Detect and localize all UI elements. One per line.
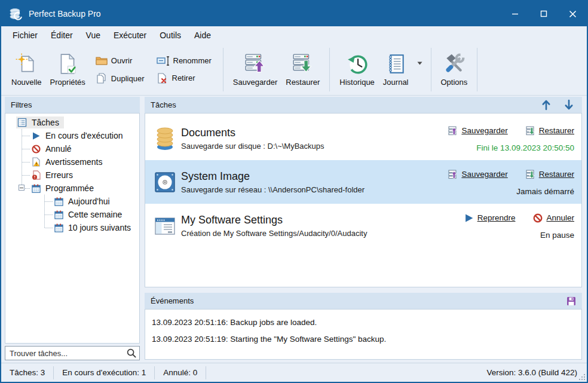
events-panel: 13.09.2023 20:51:16: Backup jobs are loa… bbox=[145, 309, 582, 360]
journal-button[interactable]: Journal bbox=[379, 51, 413, 88]
maximize-button[interactable] bbox=[529, 1, 558, 26]
move-up-icon[interactable] bbox=[541, 99, 551, 111]
tree-item-next-10-days[interactable]: 10 jours suivants bbox=[5, 221, 139, 234]
status-running-count: En cours d'exécution: 1 bbox=[54, 368, 154, 377]
task-restore-link[interactable]: Restaurer bbox=[526, 170, 574, 179]
status-task-count: Tâches: 3 bbox=[1, 368, 53, 377]
remove-label: Retirer bbox=[172, 73, 195, 82]
calendar-icon bbox=[32, 184, 41, 193]
tree-item-label: Programmée bbox=[45, 183, 94, 193]
tree-item-today[interactable]: Aujourd'hui bbox=[5, 195, 139, 208]
search-icon bbox=[127, 348, 136, 358]
task-backup-link[interactable]: Sauvegarder bbox=[448, 170, 507, 179]
filters-header-label: Filtres bbox=[11, 100, 32, 109]
properties-button[interactable]: Propriétés bbox=[46, 51, 90, 88]
move-down-icon[interactable] bbox=[564, 99, 574, 111]
duplicate-label: Dupliquer bbox=[111, 74, 145, 83]
task-row-documents[interactable]: Documents Sauvegarde sur disque : D:\~\M… bbox=[145, 117, 581, 160]
history-button[interactable]: Historique bbox=[335, 51, 379, 88]
toolbar-separator bbox=[431, 48, 431, 91]
calendar-icon bbox=[54, 197, 63, 206]
menu-executer[interactable]: Exécuter bbox=[107, 28, 153, 42]
tree-item-label: Cette semaine bbox=[68, 210, 122, 219]
error-document-icon bbox=[32, 170, 41, 180]
task-status: En pause bbox=[540, 231, 574, 240]
chevron-down-icon bbox=[417, 62, 422, 65]
backup-icon bbox=[243, 53, 267, 75]
menu-editer[interactable]: Éditer bbox=[44, 28, 79, 42]
menubar: Fichier Éditer Vue Exécuter Outils Aide bbox=[1, 26, 587, 44]
warning-document-icon bbox=[32, 157, 41, 167]
task-description: Création de My Software Settings/Audacit… bbox=[181, 229, 464, 238]
new-document-icon bbox=[15, 53, 38, 75]
options-label: Options bbox=[441, 78, 468, 87]
close-button[interactable] bbox=[558, 1, 587, 26]
minimize-icon bbox=[512, 10, 519, 17]
minimize-button[interactable] bbox=[501, 1, 529, 26]
task-list: Documents Sauvegarde sur disque : D:\~\M… bbox=[145, 113, 582, 287]
event-line: 13.09.2023 20:51:19: Starting the "My So… bbox=[152, 331, 575, 348]
task-row-system-image[interactable]: System Image Sauvegarde sur réseau : \\A… bbox=[145, 160, 581, 204]
task-backup-link[interactable]: Sauvegarder bbox=[448, 126, 507, 136]
task-cancel-link[interactable]: Annuler bbox=[533, 213, 574, 223]
tree-item-label: Erreurs bbox=[45, 170, 73, 180]
app-window: Perfect Backup Pro Fichier Éditer Vue Ex… bbox=[0, 0, 588, 383]
menu-vue[interactable]: Vue bbox=[79, 28, 107, 42]
new-task-button[interactable]: Nouvelle bbox=[7, 51, 46, 88]
titlebar: Perfect Backup Pro bbox=[1, 1, 587, 26]
tree-item-running[interactable]: En cours d'exécution bbox=[5, 129, 139, 142]
search-input[interactable] bbox=[5, 346, 140, 360]
save-events-icon[interactable] bbox=[566, 296, 576, 306]
filters-tree-panel: Tâches En cours d'exécution Annulé bbox=[5, 113, 140, 344]
events-panel-header: Événements bbox=[145, 293, 582, 309]
tree-item-taches[interactable]: Tâches bbox=[5, 116, 139, 129]
options-button[interactable]: Options bbox=[437, 51, 472, 88]
properties-label: Propriétés bbox=[50, 78, 85, 87]
task-controls: Sauvegarder Restaurer Fini le 13.09.2023… bbox=[448, 125, 574, 152]
tree-item-this-week[interactable]: Cette semaine bbox=[5, 208, 139, 221]
task-name: Documents bbox=[181, 127, 448, 139]
tree-item-errors[interactable]: Erreurs bbox=[5, 168, 139, 182]
tree-item-cancelled[interactable]: Annulé bbox=[5, 142, 139, 155]
filters-panel-header: Filtres bbox=[5, 97, 140, 113]
task-restore-link[interactable]: Restaurer bbox=[526, 126, 574, 136]
duplicate-button[interactable]: Dupliquer bbox=[96, 73, 145, 84]
events-header-label: Événements bbox=[151, 296, 194, 305]
tree-item-warnings[interactable]: Avertissements bbox=[5, 155, 139, 168]
mini-backup-icon bbox=[448, 170, 458, 179]
edit-actions-stack: Renommer Retirer bbox=[157, 56, 212, 84]
mini-restore-icon bbox=[526, 170, 535, 179]
maximize-icon bbox=[540, 10, 547, 17]
tasks-header-label: Tâches bbox=[151, 100, 176, 109]
open-button[interactable]: Ouvrir bbox=[96, 56, 145, 66]
remove-button[interactable]: Retirer bbox=[157, 73, 212, 84]
restore-icon bbox=[291, 53, 315, 75]
tree-root-highlight: Tâches bbox=[16, 117, 64, 128]
menu-outils[interactable]: Outils bbox=[153, 28, 188, 42]
tasks-panel-header: Tâches bbox=[145, 97, 582, 113]
journal-dropdown-button[interactable] bbox=[414, 54, 425, 70]
menu-aide[interactable]: Aide bbox=[188, 28, 218, 42]
calendar-icon bbox=[54, 210, 63, 219]
app-logo-icon bbox=[8, 7, 23, 21]
rename-button[interactable]: Renommer bbox=[157, 56, 212, 66]
rename-label: Renommer bbox=[173, 56, 212, 65]
mini-restore-icon bbox=[526, 126, 535, 136]
version-label: Version: 3.6.0 (Build 422) bbox=[486, 368, 587, 377]
task-controls: Reprendre Annuler En pause bbox=[464, 212, 574, 240]
restore-button[interactable]: Restaurer bbox=[281, 51, 324, 88]
tree-item-scheduled[interactable]: Programmée bbox=[5, 182, 139, 195]
resize-grip[interactable] bbox=[584, 379, 585, 380]
cancel-icon bbox=[32, 145, 41, 154]
task-resume-link[interactable]: Reprendre bbox=[464, 213, 516, 223]
rename-icon bbox=[157, 56, 170, 66]
menu-fichier[interactable]: Fichier bbox=[6, 28, 44, 42]
task-text: My Software Settings Création de My Soft… bbox=[181, 214, 464, 238]
backup-button[interactable]: Sauvegarder bbox=[229, 51, 281, 88]
new-task-label: Nouvelle bbox=[11, 78, 42, 87]
open-label: Ouvrir bbox=[111, 56, 132, 65]
events-list: 13.09.2023 20:51:16: Backup jobs are loa… bbox=[145, 310, 581, 353]
mini-backup-icon bbox=[448, 126, 458, 136]
task-row-my-software-settings[interactable]: My Software Settings Création de My Soft… bbox=[145, 204, 581, 247]
toolbar-separator bbox=[477, 48, 477, 91]
